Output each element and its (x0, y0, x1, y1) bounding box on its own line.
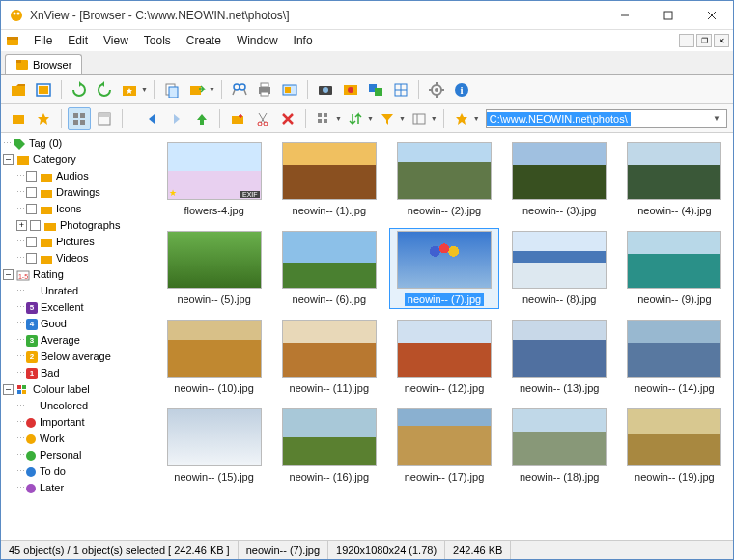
tree-row[interactable]: ⋯Important (3, 414, 153, 431)
tree-row[interactable]: ⋯Personal (3, 447, 153, 463)
menu-info[interactable]: Info (286, 32, 321, 49)
thumbnail-item[interactable]: neowin-- (2).jpg (389, 139, 498, 220)
checkbox[interactable] (26, 187, 37, 198)
checkbox[interactable] (26, 237, 37, 247)
menu-view[interactable]: View (96, 32, 136, 49)
menu-edit[interactable]: Edit (60, 32, 96, 49)
slideshow-button[interactable] (278, 78, 301, 101)
tree-row[interactable]: ⋯Work (3, 431, 153, 447)
thumbnail-item[interactable]: neowin-- (4).jpg (620, 139, 729, 220)
mdi-restore-button[interactable]: ❐ (696, 34, 712, 47)
thumbnail-item[interactable]: neowin-- (5).jpg (159, 228, 268, 309)
batch-rename-button[interactable] (364, 78, 387, 101)
tree-row[interactable]: ⋯Drawings (3, 184, 153, 201)
settings-button[interactable] (425, 78, 448, 101)
thumbnail-item[interactable]: neowin-- (17).jpg (389, 406, 498, 487)
tree-toggle-icon[interactable]: – (3, 384, 14, 395)
refresh-back-button[interactable] (93, 78, 116, 101)
compare-button[interactable] (389, 78, 412, 101)
tree-row[interactable]: ⋯Icons (3, 201, 153, 217)
sidebar-preview-button[interactable] (93, 107, 116, 130)
move-to-button[interactable] (185, 78, 209, 101)
menu-create[interactable]: Create (179, 32, 229, 49)
address-dropdown-icon[interactable]: ▼ (709, 114, 724, 123)
about-button[interactable]: i (450, 78, 473, 101)
layout-button[interactable] (408, 107, 431, 130)
tree-row[interactable]: ⋯To do (3, 463, 153, 480)
tree-row[interactable]: ⋯Pictures (3, 234, 153, 250)
tree-row[interactable]: ⋯Tag (0) (3, 135, 153, 152)
thumbnail-item[interactable]: neowin-- (19).jpg (620, 406, 729, 487)
menu-file[interactable]: File (26, 32, 60, 49)
favorites-folder-button[interactable] (118, 78, 141, 101)
open-button[interactable] (7, 78, 30, 101)
thumbnail-item[interactable]: neowin-- (3).jpg (505, 139, 614, 220)
tree-toggle-icon[interactable]: – (3, 269, 14, 280)
thumbnail-item[interactable]: ★EXIFflowers-4.jpg (159, 139, 268, 220)
checkbox[interactable] (26, 253, 37, 264)
thumbnail-item[interactable]: neowin-- (14).jpg (620, 317, 729, 398)
maximize-button[interactable] (646, 1, 690, 29)
nav-back-button[interactable] (140, 107, 163, 130)
tree-row[interactable]: ⋯5Excellent (3, 299, 153, 316)
tree-row[interactable]: ⋯4Good (3, 316, 153, 332)
thumbnail-item[interactable]: neowin-- (7).jpg (389, 228, 498, 309)
address-bar[interactable]: C:\www.NEOWIN.net\photos\ ▼ (486, 109, 727, 128)
filter-button[interactable] (376, 107, 399, 130)
tree-row[interactable]: –Category (3, 152, 153, 168)
menu-window[interactable]: Window (229, 32, 286, 49)
refresh-button[interactable] (68, 78, 91, 101)
thumbnail-item[interactable]: neowin-- (11).jpg (274, 317, 383, 398)
print-button[interactable] (253, 78, 276, 101)
thumbnail-item[interactable]: neowin-- (8).jpg (505, 228, 614, 309)
close-button[interactable] (690, 1, 733, 29)
new-folder-button[interactable] (226, 107, 249, 130)
sidebar-favorites-button[interactable] (32, 107, 55, 130)
tree-row[interactable]: ⋯1Bad (3, 365, 153, 381)
sidebar-categories-button[interactable] (68, 107, 91, 130)
thumbnail-item[interactable]: neowin-- (9).jpg (620, 228, 729, 309)
tree-row[interactable]: ⋯Later (3, 480, 153, 496)
thumbnail-item[interactable]: neowin-- (15).jpg (159, 406, 268, 487)
mdi-minimize-button[interactable]: – (679, 34, 694, 47)
tree-row[interactable]: +Photographs (3, 217, 153, 234)
sort-button[interactable] (344, 107, 367, 130)
sidebar-tree-button[interactable] (7, 107, 30, 130)
checkbox[interactable] (26, 204, 37, 214)
thumbnail-area[interactable]: ★EXIFflowers-4.jpgneowin-- (1).jpgneowin… (155, 133, 733, 540)
thumbnail-item[interactable]: neowin-- (13).jpg (505, 317, 614, 398)
batch-convert-button[interactable] (339, 78, 362, 101)
cut-button[interactable] (251, 107, 274, 130)
tree-row[interactable]: ⋯3Average (3, 332, 153, 349)
thumbnail-item[interactable]: neowin-- (6).jpg (274, 228, 383, 309)
bookmark-button[interactable] (450, 107, 473, 130)
tree-row[interactable]: –Colour label (3, 381, 153, 398)
tree-row[interactable]: ⋯Unrated (3, 283, 153, 299)
tree-row[interactable]: ⋯2Below average (3, 349, 153, 365)
checkbox[interactable] (30, 220, 41, 231)
checkbox[interactable] (26, 171, 37, 182)
tab-browser[interactable]: Browser (5, 54, 82, 74)
nav-up-button[interactable] (190, 107, 213, 130)
view-mode-button[interactable] (312, 107, 335, 130)
tree-row[interactable]: ⋯Audios (3, 168, 153, 184)
nav-forward-button[interactable] (165, 107, 188, 130)
tree-row[interactable]: ⋯Videos (3, 250, 153, 266)
thumbnail-item[interactable]: neowin-- (1).jpg (274, 139, 383, 220)
thumbnail-item[interactable]: neowin-- (12).jpg (389, 317, 498, 398)
menu-tools[interactable]: Tools (136, 32, 179, 49)
thumbnail-item[interactable]: neowin-- (16).jpg (274, 406, 383, 487)
tree-toggle-icon[interactable]: + (16, 220, 27, 231)
tree-row[interactable]: ⋯Uncolored (3, 398, 153, 414)
copy-to-button[interactable] (160, 78, 184, 101)
tree-row[interactable]: –1-5Rating (3, 266, 153, 283)
mdi-close-button[interactable]: ✕ (714, 34, 729, 47)
fullscreen-button[interactable] (32, 78, 55, 101)
capture-button[interactable] (314, 78, 337, 101)
thumbnail-item[interactable]: neowin-- (18).jpg (505, 406, 614, 487)
thumbnail-item[interactable]: neowin-- (10).jpg (159, 317, 268, 398)
delete-button[interactable] (276, 107, 299, 130)
minimize-button[interactable] (603, 1, 646, 29)
search-button[interactable] (228, 78, 251, 101)
tree-toggle-icon[interactable]: – (3, 154, 14, 165)
